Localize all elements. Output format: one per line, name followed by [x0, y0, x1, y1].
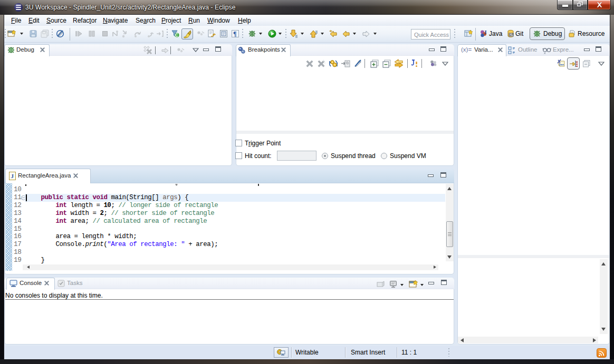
- svg-text:GIT: GIT: [510, 34, 514, 36]
- svg-text:J: J: [11, 173, 14, 179]
- svg-text:¶: ¶: [233, 30, 236, 37]
- svg-text:J: J: [484, 29, 487, 35]
